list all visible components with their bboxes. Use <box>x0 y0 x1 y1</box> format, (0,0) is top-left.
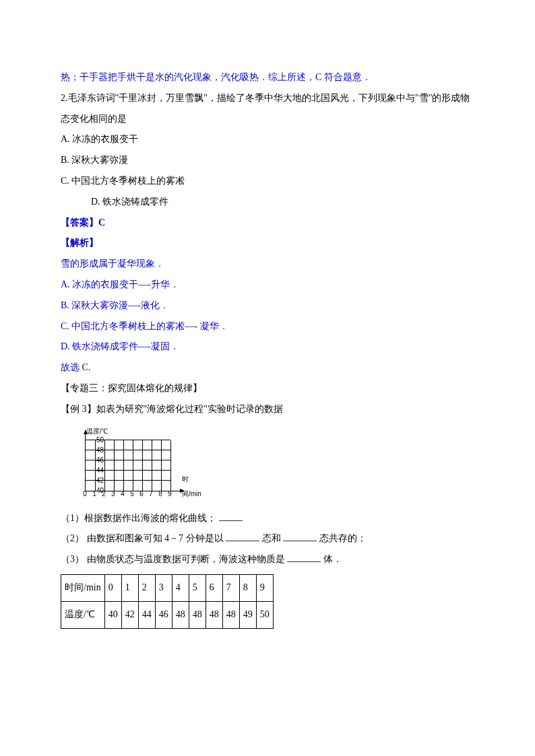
cell: 1 <box>121 574 138 601</box>
q2-option-b: B. 深秋大雾弥漫 <box>61 150 474 171</box>
q2-stem: 2.毛泽东诗词"千里冰封，万里雪飘"，描绘了冬季中华大地的北国风光，下列现象中与… <box>61 88 474 130</box>
cell: 42 <box>121 601 138 628</box>
xtick: 0 <box>83 487 87 502</box>
topic-3-label: 【专题三：探究固体熔化的规律】 <box>61 378 474 399</box>
q-part-3b: 体． <box>323 554 342 564</box>
cell: 48 <box>206 601 222 628</box>
cell: 48 <box>172 601 189 628</box>
q-part-2c: 态共存的； <box>319 533 367 543</box>
xtick: 8 <box>158 487 162 502</box>
cell: 3 <box>155 574 172 601</box>
chart-grid: 温度/℃ 50 48 46 44 <box>67 425 202 503</box>
data-table: 时间/min 0 1 2 3 4 5 6 7 8 9 温度/℃ 40 42 44… <box>61 574 274 629</box>
cell: 0 <box>104 574 121 601</box>
page: 热；干手器把手烘干是水的汽化现象，汽化吸热．综上所述，C 符合题意． 2.毛泽东… <box>0 0 535 629</box>
q-part-2b: 态和 <box>262 533 281 543</box>
q-part-2a: （2） 由数据和图象可知 4－7 分钟是以 <box>61 533 224 543</box>
cell: 44 <box>138 601 155 628</box>
xtick: 9 <box>168 487 172 502</box>
x-axis-label: 时间/min <box>182 472 202 502</box>
analysis-5: D. 铁水浇铸成零件—-凝固． <box>61 337 474 357</box>
cell: 49 <box>239 601 256 628</box>
xtick: 3 <box>111 487 115 502</box>
xtick: 2 <box>102 487 106 502</box>
analysis-1: 雪的形成属于凝华现象． <box>61 254 474 275</box>
cell: 4 <box>172 574 189 601</box>
blank-field <box>219 511 243 521</box>
table-row: 温度/℃ 40 42 44 46 48 48 48 48 49 50 <box>61 601 274 628</box>
cell: 46 <box>155 601 172 628</box>
xtick: 7 <box>149 487 153 502</box>
cell: 9 <box>256 574 273 601</box>
q2-option-c: C. 中国北方冬季树枝上的雾凇 <box>61 171 474 192</box>
q-part-1-text: （1）根据数据作出海波的熔化曲线； <box>61 513 216 523</box>
cell: 6 <box>206 574 222 601</box>
blank-field <box>283 531 317 541</box>
q2-option-d: D. 铁水浇铸成零件 <box>61 192 474 213</box>
cell: 50 <box>256 601 273 628</box>
xtick: 1 <box>92 487 96 502</box>
cell: 5 <box>189 574 206 601</box>
analysis-4: C. 中国北方冬季树枝上的雾凇—- 凝华． <box>61 316 474 337</box>
q-part-3a: （3） 由物质状态与温度数据可判断，海波这种物质是 <box>61 554 285 564</box>
cell: 48 <box>222 601 239 628</box>
cell: 2 <box>138 574 155 601</box>
cell: 8 <box>239 574 256 601</box>
q2-option-a: A. 冰冻的衣服变干 <box>61 129 474 150</box>
analysis-3: B. 深秋大雾弥漫—-液化． <box>61 296 474 316</box>
analysis-label: 【解析】 <box>61 233 474 254</box>
analysis-2: A. 冰冻的衣服变干—-升华． <box>61 275 474 296</box>
cell: 7 <box>222 574 239 601</box>
row1-header: 时间/min <box>61 574 105 601</box>
xtick: 4 <box>121 487 125 502</box>
q-part-3: （3） 由物质状态与温度数据可判断，海波这种物质是 体． <box>61 549 474 570</box>
table-row: 时间/min 0 1 2 3 4 5 6 7 8 9 <box>61 574 274 601</box>
cell: 40 <box>104 601 121 628</box>
intro-partial: 热；干手器把手烘干是水的汽化现象，汽化吸热．综上所述，C 符合题意． <box>61 67 474 88</box>
example-3-label: 【例 3】如表为研究"海波熔化过程"实验时记录的数据 <box>61 399 474 420</box>
q-part-1: （1）根据数据作出海波的熔化曲线； <box>61 508 474 529</box>
blank-field <box>226 531 259 541</box>
q-part-2: （2） 由数据和图象可知 4－7 分钟是以 态和 态共存的； <box>61 528 474 549</box>
analysis-6: 故选 C. <box>61 357 474 378</box>
xtick: 6 <box>139 487 144 502</box>
row2-header: 温度/℃ <box>61 601 105 628</box>
xtick: 5 <box>130 487 134 502</box>
cell: 48 <box>189 601 206 628</box>
blank-field <box>287 552 321 562</box>
answer-label: 【答案】C <box>61 213 474 234</box>
